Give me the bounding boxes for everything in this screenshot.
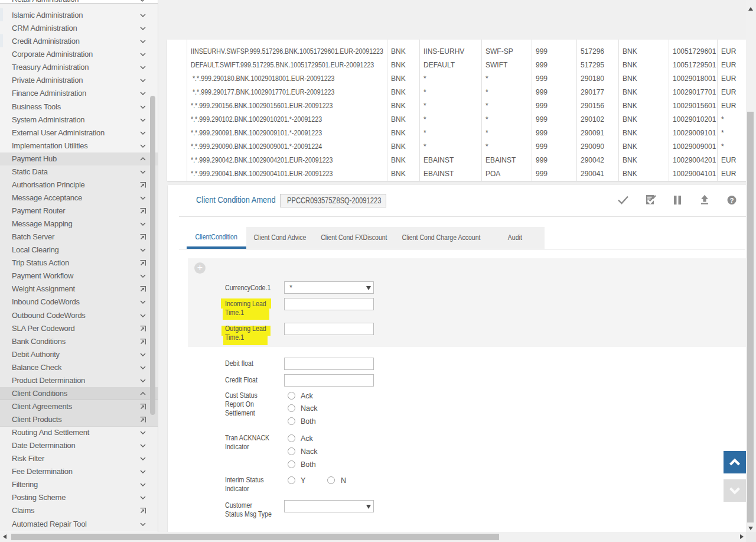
- svg-text:?: ?: [729, 197, 734, 204]
